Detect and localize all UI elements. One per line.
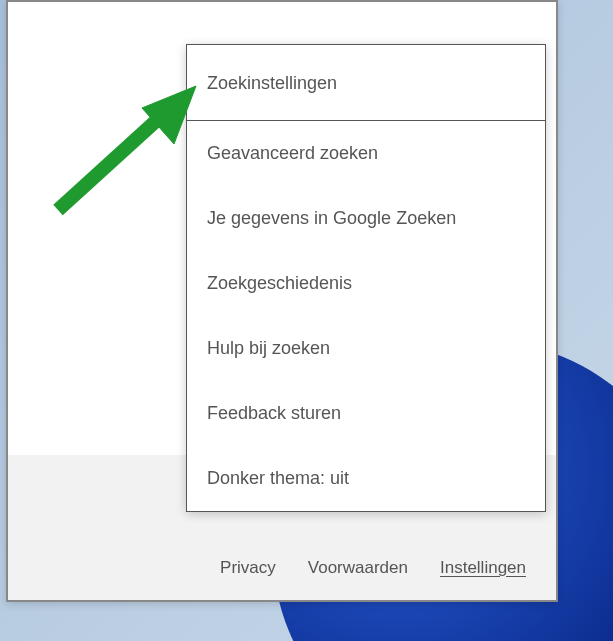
menu-item-search-settings[interactable]: Zoekinstellingen — [187, 45, 545, 121]
footer-link-terms[interactable]: Voorwaarden — [308, 558, 408, 578]
menu-item-search-history[interactable]: Zoekgeschiedenis — [187, 251, 545, 316]
menu-item-dark-theme[interactable]: Donker thema: uit — [187, 446, 545, 511]
menu-item-search-help[interactable]: Hulp bij zoeken — [187, 316, 545, 381]
footer-link-settings[interactable]: Instellingen — [440, 558, 526, 578]
menu-item-your-data[interactable]: Je gegevens in Google Zoeken — [187, 186, 545, 251]
settings-menu: Zoekinstellingen Geavanceerd zoeken Je g… — [186, 44, 546, 512]
menu-item-advanced-search[interactable]: Geavanceerd zoeken — [187, 121, 545, 186]
menu-item-send-feedback[interactable]: Feedback sturen — [187, 381, 545, 446]
footer-link-privacy[interactable]: Privacy — [220, 558, 276, 578]
browser-window: Privacy Voorwaarden Instellingen Zoekins… — [6, 0, 558, 602]
